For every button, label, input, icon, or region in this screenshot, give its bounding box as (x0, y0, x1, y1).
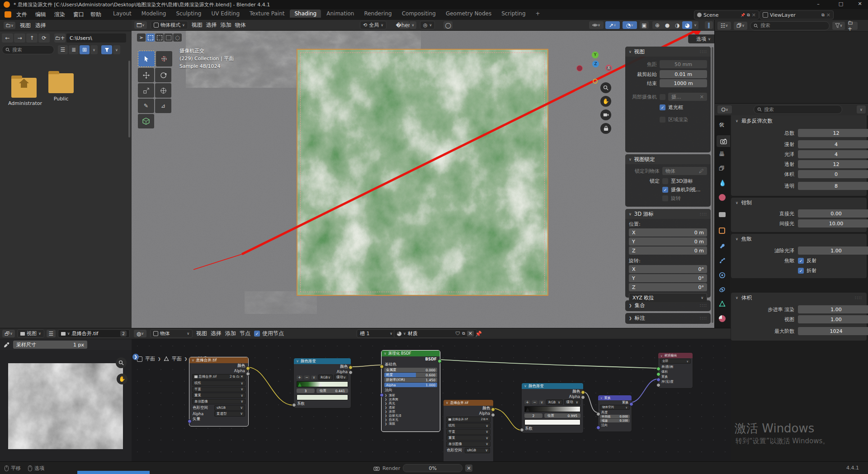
node-header[interactable]: ∨息烽合并.tif (189, 357, 248, 363)
socket-color-out[interactable] (349, 365, 353, 370)
thumbnail-view-icon[interactable]: ⊞ (80, 45, 90, 54)
list-view-icon[interactable]: ☰ (58, 45, 68, 54)
viewport-menu-object[interactable]: 物体 (235, 21, 246, 29)
tab-shading[interactable]: Shading (290, 9, 321, 18)
shading-material-icon[interactable]: ◑ (672, 21, 682, 29)
socket-displacement-out[interactable] (629, 402, 633, 406)
socket-fac-in[interactable] (292, 403, 296, 407)
bounces-volume[interactable]: 0 (798, 170, 868, 178)
subtract-select-mode-icon[interactable] (164, 33, 173, 42)
pivot-point-dropdown[interactable]: ◎∨ (420, 21, 435, 29)
node-material-output[interactable]: ∨材质输出 全部∨ 表(曲)面 体积 置换 厚(宽)度 (658, 352, 693, 389)
new-folder-button[interactable]: 🗀+ (54, 33, 66, 43)
image-editor-menu-icon[interactable]: ☰ (47, 330, 56, 337)
socket-color-out[interactable] (491, 408, 495, 412)
shading-solid-icon[interactable]: ● (662, 21, 672, 29)
cursor-y[interactable]: Y0 m (629, 237, 707, 246)
filter-options-dropdown[interactable]: ∨ (113, 45, 120, 54)
node-displacement[interactable]: ∨置换 置换 物体空间∨ 高度 中间值0.000 缩放0.100 法向 (598, 395, 632, 432)
measure-tool[interactable]: ⊿ (155, 99, 171, 113)
source-dropdown[interactable]: 单张图像∨ (446, 441, 491, 447)
image-preview[interactable] (8, 363, 123, 449)
detail-view-icon[interactable]: ≣ (69, 45, 79, 54)
tab-scene-icon[interactable]: 💧 (719, 180, 726, 186)
camera-view-icon[interactable] (600, 109, 611, 120)
xray-toggle[interactable]: ▣ (640, 21, 649, 29)
alpha-slider[interactable]: Alpha1.000 (384, 383, 437, 387)
ramp-color-swatch[interactable] (297, 394, 348, 400)
node-image-texture-2[interactable]: ∨息烽合并.tif 颜色 Alpha 息烽合并.tif2⧉✕ 线性∨ 平直∨ 重… (443, 399, 494, 462)
properties-search-input[interactable]: 搜索 (754, 105, 842, 114)
render-region-checkbox[interactable] (660, 117, 665, 123)
tab-modifiers-icon[interactable] (719, 243, 726, 250)
ramp-handle[interactable] (526, 408, 529, 412)
sample-size-field[interactable]: 采样尺寸1 px (13, 341, 87, 349)
volumes-step-viewport[interactable]: 1.00 (798, 315, 868, 323)
npanel-cursor-header[interactable]: ∨3D 游标:::: (625, 209, 711, 219)
tab-world-icon[interactable] (719, 194, 726, 201)
socket-normal-in[interactable] (380, 393, 384, 397)
outliner-filter-icon[interactable]: ∨ (832, 22, 845, 30)
socket-normal-in[interactable] (596, 426, 600, 430)
transform-tool[interactable] (155, 83, 171, 98)
ramp-gradient-bar[interactable] (524, 406, 580, 412)
socket-fac-in[interactable] (520, 428, 524, 432)
projection-dropdown[interactable]: 平直∨ (192, 387, 245, 392)
caustics-filter-glossy[interactable]: 1.00 (798, 246, 868, 255)
file-browser-type-icon[interactable]: 🗀∨ (4, 22, 15, 29)
ramp-remove-stop[interactable]: − (304, 375, 310, 379)
tab-object-icon[interactable] (719, 228, 725, 234)
node-header[interactable]: ∨原理化 BSDF (382, 351, 440, 356)
menu-window[interactable]: 窗口 (73, 11, 84, 19)
cursor-rot-x[interactable]: X0° (629, 265, 707, 273)
editor-type-icon[interactable]: 🗖∨ (134, 21, 147, 29)
cursor-z[interactable]: Z0 m (629, 246, 707, 255)
socket-bsdf-out[interactable] (438, 359, 442, 363)
tab-compositing[interactable]: Compositing (397, 9, 440, 18)
node-color-ramp-1[interactable]: ∨颜色渐变 颜色 Alpha + − ∨ RGB∨ 缓动∨ 3 位置0.441 … (293, 358, 351, 408)
cancel-render-icon[interactable]: ✕ (465, 465, 472, 472)
ramp-mode-dropdown[interactable]: RGB∨ (546, 399, 563, 405)
viewport-menu-add[interactable]: 添加 (221, 21, 231, 29)
proportional-editing-icon[interactable]: ◯ (443, 21, 453, 29)
socket-vector-in[interactable] (188, 419, 192, 423)
bounces-glossy[interactable]: 4 (798, 150, 868, 158)
material-slot-dropdown[interactable]: 槽 1∨ (357, 329, 396, 338)
caustics-refractive-checkbox[interactable]: ✓ (798, 268, 804, 274)
viewport-3d[interactable]: 🗖∨ 物体模式∨ 视图 选择 添加 物体 ⟲ 全局∨ �herr ∨ ◎∨ ◯ … (132, 20, 714, 328)
focal-value[interactable]: 50 mm (660, 60, 707, 68)
blender-menu-icon[interactable] (5, 11, 11, 18)
file-browser-scrollbar[interactable] (128, 61, 130, 137)
socket-volume-in[interactable] (656, 372, 660, 376)
filter-funnel-icon[interactable] (101, 45, 112, 54)
socket-basecolor-in[interactable] (380, 365, 384, 369)
select-box-tool[interactable] (138, 51, 155, 67)
menu-render[interactable]: 渲染 (54, 11, 65, 19)
ramp-remove-stop[interactable]: − (532, 400, 538, 404)
displacement-space-dropdown[interactable]: 物体空间∨ (600, 405, 630, 410)
npanel-annotations[interactable]: ❯标注:::: (625, 313, 711, 324)
node-menu-node[interactable]: 节点 (240, 330, 250, 337)
ramp-handle[interactable] (298, 383, 302, 387)
interpolation-dropdown[interactable]: 线性∨ (446, 423, 491, 428)
alpha-mode-dropdown[interactable]: 直通型∨ (214, 411, 245, 417)
bounces-total[interactable]: 12 (798, 129, 868, 137)
axis-z-ball[interactable]: Z (592, 61, 599, 67)
cursor-tool[interactable] (156, 51, 172, 66)
box-select-mode-icon[interactable] (146, 33, 155, 42)
scale-tool[interactable] (138, 83, 154, 98)
collapse-sidebar-arrow[interactable]: ❯ (132, 354, 139, 360)
socket-height-in[interactable] (596, 412, 600, 416)
tab-scripting[interactable]: Scripting (497, 9, 530, 18)
tab-physics-icon[interactable] (719, 272, 726, 279)
midlevel-field[interactable]: 中间值0.000 (600, 415, 630, 418)
menu-help[interactable]: 帮助 (90, 11, 101, 19)
node-image-texture-1[interactable]: ∨息烽合并.tif 颜色 Alpha 息烽合并.tif2⧉🗀✕ 线性∨ 平直∨ … (189, 357, 249, 427)
tab-material-icon[interactable] (719, 315, 726, 322)
refresh-button[interactable]: ⟳ (38, 33, 50, 43)
pin-icon[interactable]: 📌 (475, 331, 482, 337)
add-cube-tool[interactable] (138, 114, 154, 128)
shader-editor-type-icon[interactable]: ◍∨ (134, 330, 146, 337)
viewport-options-dropdown[interactable]: 选项∨ (688, 34, 714, 43)
caustics-reflective-checkbox[interactable]: ✓ (798, 258, 804, 264)
